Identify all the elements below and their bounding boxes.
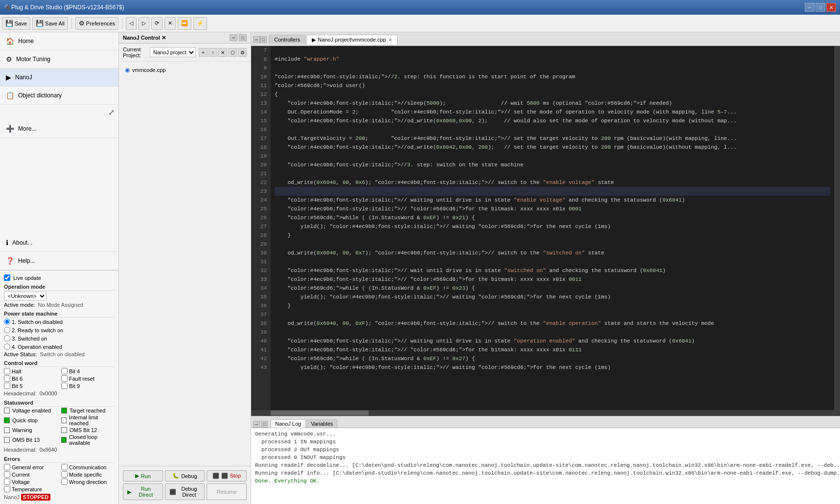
debug-button[interactable]: 🐛 Debug <box>165 470 205 481</box>
live-update-label: Live update <box>13 275 41 281</box>
err-comm[interactable] <box>61 464 68 470</box>
save-button[interactable]: 💾 Save <box>2 17 30 30</box>
toolbar-btn-4[interactable]: ✕ <box>164 17 176 30</box>
scrollbar-track[interactable] <box>834 46 840 410</box>
operation-mode-select[interactable]: <Unknown> <box>4 292 47 300</box>
log-minimize-btn[interactable]: ─ <box>253 421 260 428</box>
proj-import-btn[interactable]: ↑ <box>209 48 217 57</box>
cw-fault-reset[interactable] <box>61 375 68 382</box>
toolbar-btn-6[interactable]: ⚡ <box>193 17 207 30</box>
sidebar-item-label: Help... <box>18 257 35 264</box>
err-direction[interactable] <box>61 479 68 485</box>
tab-nanoj-project[interactable]: ▶ NanoJ project\vmmcode.cpp ✕ <box>306 35 397 45</box>
log-line: Running readelf info... [C:\daten\pnd-st… <box>255 469 836 477</box>
tab-close-icon[interactable]: ✕ <box>388 37 392 43</box>
editor-minimize-btn[interactable]: ─ <box>253 36 260 43</box>
sidebar-item-label: More... <box>18 125 36 132</box>
action-buttons: ▶ Run 🐛 Debug ⬛ ⬛ Stop ▶ Run Direct <box>119 466 251 504</box>
sidebar-item-label: NanoJ <box>15 74 32 81</box>
cw-bit6[interactable] <box>4 375 10 382</box>
debug-direct-label: Debug Direct <box>178 486 201 498</box>
sw-warning-indicator <box>4 427 10 433</box>
right-panel: ─ □ Controllers ▶ NanoJ project\vmmcode.… <box>251 32 840 504</box>
err-general[interactable] <box>4 464 10 470</box>
proj-delete-btn[interactable]: ✕ <box>218 48 227 57</box>
err-current[interactable] <box>4 471 10 478</box>
save-all-icon: 💾 <box>36 20 44 27</box>
proj-config-btn[interactable]: ⚙ <box>238 48 247 57</box>
toolbar-btn-5[interactable]: ⏩ <box>178 17 191 30</box>
run-direct-button[interactable]: ▶ Run Direct <box>123 483 163 500</box>
toolbar-btn-3[interactable]: ⟳ <box>151 17 163 30</box>
cw-bit5[interactable] <box>4 383 10 389</box>
nanoj-status: STOPPED <box>21 494 50 501</box>
log-line: Generating vmmcode.usr... <box>255 430 836 438</box>
active-mode-value: No Mode Assigned <box>38 302 83 308</box>
bottom-tabs: ─ □ NanoJ Log Variables <box>251 416 840 428</box>
err-mode[interactable] <box>61 471 68 478</box>
log-maximize-btn[interactable]: □ <box>261 421 268 428</box>
psm-label-4: 4. Operation enabled <box>12 344 62 350</box>
close-button[interactable]: ✕ <box>826 3 836 12</box>
psm-radio-2[interactable] <box>4 327 10 333</box>
cw-bit4[interactable] <box>61 368 68 374</box>
active-status-label: Active Status: <box>4 351 37 357</box>
sidebar-item-nanoj[interactable]: ▶ NanoJ <box>0 69 118 87</box>
sidebar-item-label: Object dictionary <box>18 92 62 99</box>
sw-hex-value: 0x8640 <box>40 447 57 453</box>
debug-direct-button[interactable]: ⬛ Debug Direct <box>165 483 205 500</box>
log-content: Generating vmmcode.usr... processed 1 IN… <box>251 428 840 504</box>
active-status-value: Switch on disabled <box>40 351 85 357</box>
toolbar-btn-1[interactable]: ◁ <box>126 17 137 30</box>
code-lines[interactable]: #include "wrapper.h" "color:#4ec9b0;font… <box>271 46 834 410</box>
sw-oms13-indicator <box>4 437 10 443</box>
resume-button[interactable]: Resume <box>207 483 247 500</box>
toolbar-btn-2[interactable]: ▷ <box>139 17 149 30</box>
nanoj-control-header: NanoJ Control ✕ ─ □ <box>119 32 251 44</box>
stop-button[interactable]: ⬛ ⬛ Stop <box>207 470 247 481</box>
nanoj-label: NanoJ <box>4 494 20 500</box>
proj-export-btn[interactable]: ⬡ <box>228 48 237 57</box>
panel-minimize-btn[interactable]: ─ <box>230 34 237 41</box>
sidebar-item-home[interactable]: 🏠 Home <box>0 32 118 50</box>
sidebar-item-more[interactable]: ➕ More... <box>0 120 118 138</box>
cw-halt[interactable] <box>4 368 10 374</box>
tab-nanoj-log[interactable]: NanoJ Log <box>271 419 305 428</box>
preferences-icon: ⚙ <box>79 20 85 27</box>
project-select[interactable]: NanoJ project <box>150 47 196 57</box>
maximize-button[interactable]: □ <box>816 3 825 12</box>
psm-radio-3[interactable] <box>4 335 10 342</box>
editor-maximize-btn[interactable]: □ <box>260 36 267 43</box>
minimize-button[interactable]: ─ <box>805 3 815 12</box>
err-voltage[interactable] <box>4 479 10 485</box>
help-icon: ❓ <box>6 257 14 265</box>
code-content[interactable]: 7891011121314151617181920212223242526272… <box>251 46 840 410</box>
debug-icon: 🐛 <box>172 473 179 479</box>
sw-voltage-indicator <box>4 408 10 413</box>
tab-variables[interactable]: Variables <box>306 419 337 428</box>
tab-controllers[interactable]: Controllers <box>269 35 305 44</box>
live-update-checkbox[interactable] <box>4 275 10 281</box>
cw-bit9[interactable] <box>61 383 68 389</box>
sidebar-item-object-dictionary[interactable]: 📋 Object dictionary <box>0 87 118 105</box>
sidebar-item-help[interactable]: ❓ Help... <box>0 252 118 270</box>
about-icon: ℹ <box>6 239 8 247</box>
sidebar-item-motor-tuning[interactable]: ⚙ Motor Tuning <box>0 50 118 69</box>
home-icon: 🏠 <box>6 37 14 45</box>
horizontal-scrollbar[interactable] <box>251 410 840 416</box>
nanoj-control-title: NanoJ Control ✕ <box>123 35 166 41</box>
errors-header: Errors <box>4 455 115 463</box>
err-temp[interactable] <box>4 486 10 492</box>
window-title: Plug & Drive Studio ($PNDS-v1234-B567$) <box>11 4 805 11</box>
run-button[interactable]: ▶ Run <box>123 470 163 481</box>
save-all-button[interactable]: 💾 Save All <box>32 17 68 30</box>
panel-maximize-btn[interactable]: □ <box>239 34 247 41</box>
proj-add-btn[interactable]: + <box>199 48 208 57</box>
psm-radio-1[interactable] <box>4 319 10 325</box>
preferences-button[interactable]: ⚙ Preferences <box>75 17 118 30</box>
editor-tabs: ─ □ Controllers ▶ NanoJ project\vmmcode.… <box>251 32 840 46</box>
tree-item-vmmcode[interactable]: ◉ vmmcode.cpp <box>123 66 247 74</box>
toolbar: 💾 Save 💾 Save All ⚙ Preferences ◁ ▷ ⟳ ✕ … <box>0 15 840 32</box>
psm-radio-4[interactable] <box>4 344 10 350</box>
sidebar-item-about[interactable]: ℹ About... <box>0 234 118 252</box>
